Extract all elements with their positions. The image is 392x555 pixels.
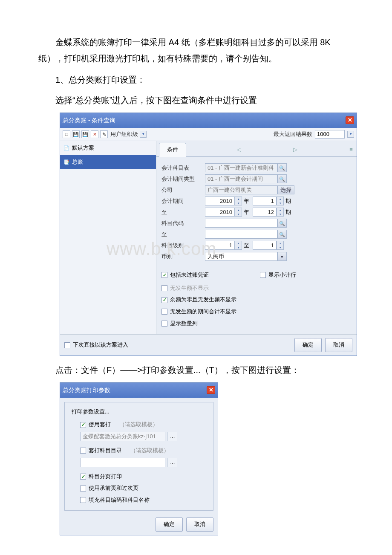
close-icon[interactable]: ✕ (207, 386, 215, 394)
sidebar-item-label: 总账 (72, 157, 83, 168)
unit-to: 至 (242, 240, 253, 251)
unit-year: 年 (242, 207, 253, 218)
spinner[interactable]: ▴▾ (235, 208, 242, 217)
paragraph-3: 点击：文件（F）——>打印参数设置...（T），按下图进行设置： (38, 362, 354, 378)
browse-icon[interactable]: ... (167, 432, 178, 441)
scheme-sidebar: 📄 默认方案 📑 总账 (60, 141, 156, 334)
input-period-type[interactable] (205, 174, 277, 183)
label-currency: 币别 (161, 251, 205, 262)
list-icon[interactable]: ≡ (348, 147, 354, 153)
select-button[interactable]: 选择 (277, 185, 294, 194)
check-use-template[interactable]: ✓使用套打 （请选取模板） (80, 419, 208, 430)
max-results-label: 最大返回结果数 (274, 129, 312, 140)
sidebar-item-label: 默认方案 (72, 143, 94, 153)
max-results-input[interactable] (315, 130, 345, 139)
fieldset-legend: 打印参数设置... (70, 407, 111, 417)
input-year-from[interactable] (205, 197, 235, 205)
input-code-to[interactable] (205, 230, 277, 239)
label-code-from: 科目代码 (161, 218, 205, 229)
spinner[interactable]: ▴▾ (277, 208, 284, 217)
dropdown-icon[interactable]: ▾ (140, 131, 147, 138)
label-period-type: 会计期间类型 (161, 174, 205, 185)
check-show-qty[interactable]: 显示数量列 (161, 318, 352, 329)
input-level-to[interactable] (253, 241, 277, 250)
dropdown-icon[interactable]: ▾ (347, 131, 354, 138)
usergroup-label: 用户组织级 (110, 129, 138, 140)
label-code-to: 至 (161, 229, 205, 240)
query-dialog-title: 总分类账 - 条件查询 (63, 115, 115, 126)
template-hint: （请选取模板） (130, 445, 169, 456)
ok-button[interactable]: 确定 (156, 517, 183, 532)
query-toolbar: □ 💾 💾 ✕ ✎ 用户组织级 ▾ 最大返回结果数 ▾ (60, 128, 357, 142)
check-hide-no-amount[interactable]: 无发生额不显示 (161, 283, 352, 294)
cancel-button[interactable]: 取消 (186, 517, 213, 532)
tab-conditions[interactable]: 条件 (159, 143, 186, 157)
conditions-form: 会计科目表 🔍 会计期间类型 🔍 公司 选择 (156, 157, 357, 265)
paragraph-2: 选择“总分类账”进入后，按下图在查询条件中进行设置 (38, 92, 354, 108)
doc-icon: 📑 (63, 159, 69, 165)
doc-icon: 📄 (63, 145, 69, 151)
lookup-icon[interactable]: 🔍 (277, 174, 287, 183)
print-dialog-title: 总分类账打印参数 (63, 384, 110, 396)
spinner[interactable]: ▴▾ (277, 197, 284, 205)
browse-icon[interactable]: ... (167, 458, 178, 467)
lookup-icon[interactable]: 🔍 (277, 230, 287, 239)
dropdown-icon[interactable]: ▾ (277, 252, 287, 261)
query-dialog: 总分类账 - 条件查询 ✕ □ 💾 💾 ✕ ✎ 用户组织级 ▾ 最大返回结果数 … (60, 113, 357, 356)
close-icon[interactable]: ✕ (346, 116, 354, 124)
check-carry-page[interactable]: 使用承前页和过次页 (80, 483, 208, 494)
sidebar-item-ledger[interactable]: 📑 总账 (60, 155, 156, 169)
check-remember-scheme[interactable]: 下次直接以该方案进入 (64, 340, 128, 350)
spinner[interactable]: ▴▾ (277, 241, 284, 250)
input-level-from[interactable] (205, 241, 235, 250)
ok-button[interactable]: 确定 (294, 338, 322, 352)
input-period-from[interactable] (253, 197, 277, 205)
check-print-catalog[interactable]: 套打科目目录 （请选取模板） (80, 445, 208, 456)
input-company[interactable] (205, 185, 277, 194)
lookup-icon[interactable]: 🔍 (277, 219, 287, 228)
template-input-1[interactable] (80, 432, 165, 441)
print-params-dialog: 总分类账打印参数 ✕ 打印参数设置... ✓使用套打 （请选取模板） ... 套… (60, 382, 218, 535)
check-pagebreak[interactable]: ✓科目分页打印 (80, 471, 208, 482)
unit-period: 期 (284, 196, 294, 207)
input-code-from[interactable] (205, 219, 277, 228)
next-icon[interactable]: ▷ (292, 147, 298, 153)
label-chart: 会计科目表 (161, 163, 205, 173)
unit-period: 期 (284, 207, 294, 218)
check-hide-period-total[interactable]: 无发生额的期间合计不显示 (161, 306, 352, 317)
check-show-subtotal[interactable]: 显示小计行 (260, 270, 296, 280)
print-dialog-titlebar: 总分类账打印参数 ✕ (60, 383, 218, 398)
numbered-1: 1、总分类账打印设置： (38, 72, 354, 88)
check-hide-zero[interactable]: ✓余额为零且无发生额不显示 (161, 295, 352, 305)
query-dialog-titlebar: 总分类账 - 条件查询 ✕ (60, 113, 357, 128)
check-include-unposted[interactable]: ✓包括未过账凭证 (161, 270, 209, 280)
input-currency[interactable] (205, 252, 277, 261)
new-icon[interactable]: □ (63, 130, 70, 138)
label-level: 科目级别 (161, 240, 205, 251)
cancel-button[interactable]: 取消 (325, 338, 352, 352)
edit-icon[interactable]: ✎ (100, 130, 108, 138)
delete-icon[interactable]: ✕ (91, 130, 98, 138)
unit-year: 年 (242, 196, 253, 207)
label-period-from: 会计期间 (161, 196, 205, 207)
input-period-to[interactable] (253, 208, 277, 217)
save-as-icon[interactable]: 💾 (81, 130, 89, 138)
paragraph-1: 金蝶系统的账簿打印一律采用 A4 纸（多栏账明细科目过多的可以采用 8K 纸），… (38, 34, 354, 66)
prev-icon[interactable]: ◁ (236, 147, 242, 153)
label-company: 公司 (161, 185, 205, 196)
lookup-icon[interactable]: 🔍 (277, 163, 287, 172)
input-year-to[interactable] (205, 208, 235, 217)
check-fill-code-name[interactable]: 填充科目编码和科目名称 (80, 495, 208, 506)
template-hint: （请选取模板） (119, 419, 158, 430)
spinner[interactable]: ▴▾ (235, 241, 242, 250)
spinner[interactable]: ▴▾ (235, 197, 242, 205)
save-icon[interactable]: 💾 (72, 130, 80, 138)
template-input-2[interactable] (80, 458, 165, 467)
sidebar-item-default[interactable]: 📄 默认方案 (60, 141, 156, 155)
print-params-fieldset: 打印参数设置... ✓使用套打 （请选取模板） ... 套打科目目录 （请选取模… (64, 402, 213, 511)
input-chart[interactable] (205, 163, 277, 172)
label-period-to: 至 (161, 207, 205, 218)
